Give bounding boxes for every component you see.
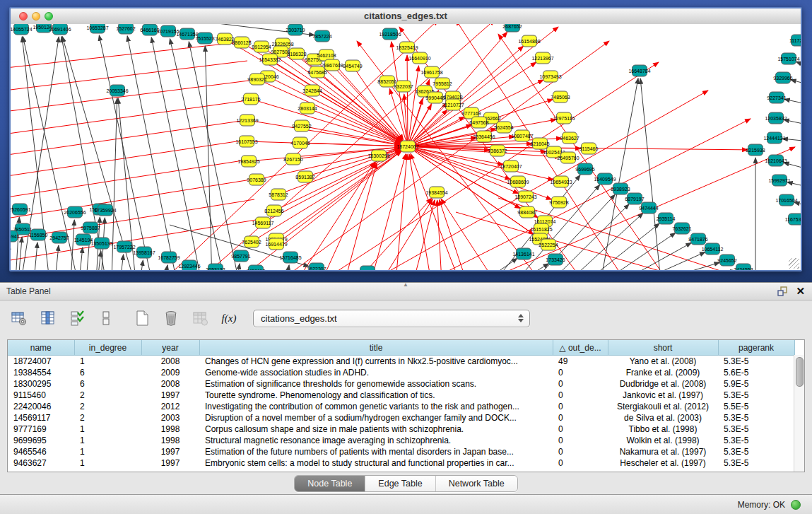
graph-edge[interactable] xyxy=(604,233,676,270)
table-cell[interactable]: de Silva et al. (2003) xyxy=(608,412,718,424)
table-cell[interactable]: 2003 xyxy=(141,412,199,424)
graph-edge[interactable] xyxy=(437,200,442,270)
table-cell[interactable]: 14569117 xyxy=(8,412,74,424)
table-cell[interactable]: 5.3E-5 xyxy=(718,356,794,368)
graph-node[interactable]: 12035832 xyxy=(765,112,787,124)
graph-edge[interactable] xyxy=(407,55,408,146)
graph-node[interactable]: 6497568 xyxy=(469,117,488,128)
column-visibility-button[interactable] xyxy=(68,309,86,327)
graph-edge[interactable] xyxy=(784,99,801,105)
table-cell[interactable]: 5.3E-5 xyxy=(718,446,794,457)
graph-node[interactable]: 9474444 xyxy=(639,202,658,214)
graph-edge[interactable] xyxy=(640,78,661,270)
graph-node[interactable]: 6879197 xyxy=(625,193,644,204)
table-cell[interactable]: 5.3E-5 xyxy=(718,424,794,435)
splitter-handle-icon[interactable]: ▲ xyxy=(400,283,411,287)
table-row[interactable]: 911546021997Tourette syndrome. Phenomeno… xyxy=(8,390,794,401)
graph-edge[interactable] xyxy=(796,62,801,67)
graph-edge[interactable] xyxy=(127,36,177,270)
graph-node[interactable]: 8186328 xyxy=(287,48,306,59)
table-row[interactable]: 946362711997Embryonic stem cells: a mode… xyxy=(8,457,794,469)
graph-node[interactable]: 2935114 xyxy=(657,213,676,224)
table-cell[interactable]: 2 xyxy=(74,401,141,412)
graph-node[interactable]: 13958167 xyxy=(133,247,155,258)
graph-node[interactable]: 16107553 xyxy=(235,136,257,147)
graph-node[interactable]: 2718176 xyxy=(241,93,260,105)
table-cell[interactable]: Changes of HCN gene expression and I(f) … xyxy=(199,356,553,368)
close-panel-icon[interactable]: ✕ xyxy=(796,284,805,298)
graph-node[interactable]: 16409549 xyxy=(594,173,616,185)
graph-node[interactable]: 2942757 xyxy=(49,232,69,243)
table-cell[interactable]: 49 xyxy=(553,356,608,368)
graph-node[interactable]: 2687652 xyxy=(502,24,522,32)
graph-node[interactable]: 18720407 xyxy=(500,160,522,172)
table-cell[interactable]: 5.9E-5 xyxy=(718,378,794,390)
graph-node[interactable]: 5878312 xyxy=(269,189,288,200)
graph-node[interactable]: 16210643 xyxy=(765,155,787,166)
graph-node[interactable]: 8123405 xyxy=(358,266,377,270)
table-cell[interactable]: Wolkin et al. (1998) xyxy=(608,435,718,446)
table-cell[interactable]: 5.3E-5 xyxy=(718,457,794,469)
graph-node[interactable]: 5624554 xyxy=(494,122,513,133)
graph-node[interactable]: 13505135 xyxy=(90,238,112,249)
graph-edge[interactable] xyxy=(270,59,401,142)
graph-node[interactable]: 19854925 xyxy=(237,156,259,167)
graph-node[interactable]: 7386372 xyxy=(488,145,507,156)
graph-edge[interactable] xyxy=(791,80,801,85)
graph-edge[interactable] xyxy=(170,39,225,270)
table-cell[interactable]: 5.5E-5 xyxy=(718,401,794,412)
table-cell[interactable]: 18300295 xyxy=(8,378,74,390)
table-cell[interactable]: Dudbridge et al. (2008) xyxy=(608,378,718,390)
table-cell[interactable]: 1997 xyxy=(141,457,199,469)
graph-node[interactable]: 8471876 xyxy=(688,233,707,245)
table-cell[interactable]: 1 xyxy=(74,446,141,457)
table-cell[interactable]: Structural magnetic resonance image aver… xyxy=(199,435,553,446)
graph-node[interactable]: 16154808 xyxy=(518,35,540,47)
table-cell[interactable]: 1 xyxy=(74,424,141,435)
table-row[interactable]: 946554611997Estimation of the future num… xyxy=(8,446,794,457)
graph-edge[interactable] xyxy=(99,35,152,270)
table-cell[interactable]: Franke et al. (2009) xyxy=(608,367,718,378)
table-cell[interactable]: 1 xyxy=(74,356,141,368)
graph-edge[interactable] xyxy=(794,202,801,206)
graph-edge[interactable] xyxy=(622,243,691,270)
graph-edge[interactable] xyxy=(140,260,143,270)
graph-node[interactable]: 10654112 xyxy=(702,243,724,255)
graph-node[interactable]: 18325419 xyxy=(396,42,418,53)
graph-node[interactable]: 15992971 xyxy=(768,175,790,186)
graph-node[interactable]: 8212456 xyxy=(264,205,283,216)
table-cell[interactable]: 1 xyxy=(74,457,141,469)
table-cell[interactable]: Tourette syndrome. Phenomenology and cla… xyxy=(199,390,553,401)
table-cell[interactable]: 1997 xyxy=(141,390,199,401)
graph-node[interactable]: 2522254 xyxy=(539,239,558,250)
table-cell[interactable]: 0 xyxy=(553,424,608,435)
graph-node[interactable]: 9857791 xyxy=(231,250,250,262)
table-cell[interactable]: 0 xyxy=(553,390,608,401)
import-table-button[interactable] xyxy=(191,309,209,327)
table-cell[interactable]: 0 xyxy=(553,378,608,390)
table-cell[interactable]: 2009 xyxy=(141,367,199,378)
graph-node[interactable]: 9329966 xyxy=(773,72,792,83)
table-row[interactable]: 969969511998Structural magnetic resonanc… xyxy=(8,435,794,446)
table-cell[interactable]: 0 xyxy=(553,446,608,457)
graph-node[interactable]: 14055724 xyxy=(11,24,33,35)
table-cell[interactable]: 9463627 xyxy=(8,457,74,469)
table-cell[interactable]: Estimation of significance thresholds fo… xyxy=(199,378,553,390)
graph-node[interactable]: 10653287 xyxy=(86,24,108,33)
graph-node[interactable]: 7625402 xyxy=(242,236,261,247)
graph-node[interactable]: 1117264 xyxy=(789,35,801,46)
graph-node[interactable]: 9463627 xyxy=(560,132,579,144)
graph-node[interactable]: 7515523 xyxy=(195,33,214,44)
graph-node[interactable]: 7485063 xyxy=(551,91,570,103)
table-cell[interactable]: 2 xyxy=(74,412,141,424)
graph-edge[interactable] xyxy=(408,66,419,146)
graph-node[interactable]: 8427552 xyxy=(292,120,311,132)
close-window-button[interactable] xyxy=(19,12,28,21)
graph-node[interactable]: 7424553 xyxy=(734,264,753,270)
graph-node[interactable]: 2803144 xyxy=(298,103,317,114)
table-cell[interactable]: Genome-wide association studies in ADHD. xyxy=(199,367,553,378)
graph-node[interactable]: 9245652 xyxy=(717,255,736,266)
table-cell[interactable]: 1998 xyxy=(141,435,199,446)
graph-edge[interactable] xyxy=(120,255,124,270)
graph-node[interactable]: 8591387 xyxy=(295,171,314,182)
